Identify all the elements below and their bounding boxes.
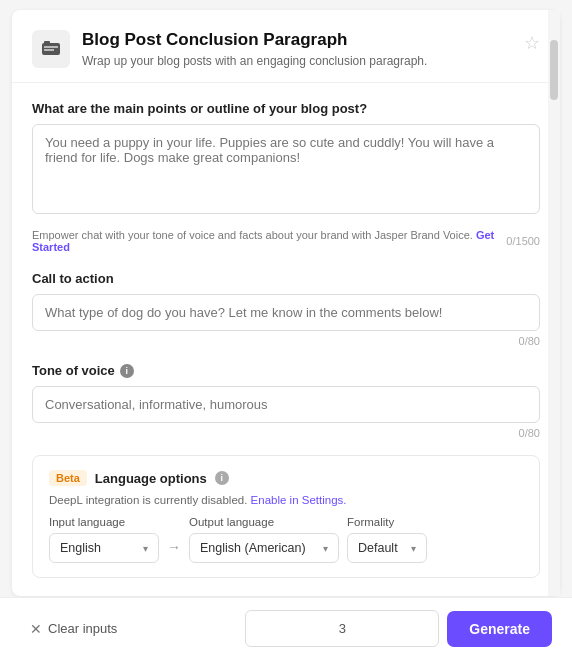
output-lang-col: Output language English (American) ▾ <box>189 516 339 563</box>
formality-label: Formality <box>347 516 427 528</box>
deepl-settings-link[interactable]: Enable in Settings. <box>251 494 347 506</box>
quantity-input[interactable] <box>245 610 439 647</box>
beta-header: Beta Language options i <box>49 470 523 486</box>
cta-input[interactable] <box>32 294 540 331</box>
footer-right: Generate <box>245 610 552 647</box>
main-points-group: What are the main points or outline of y… <box>32 101 540 255</box>
tone-label: Tone of voice i <box>32 363 540 378</box>
input-lang-select[interactable]: English ▾ <box>49 533 159 563</box>
output-lang-chevron: ▾ <box>323 543 328 554</box>
cta-label: Call to action <box>32 271 540 286</box>
formality-value: Default <box>358 541 398 555</box>
tone-char-count: 0/80 <box>32 427 540 439</box>
star-icon[interactable]: ☆ <box>524 32 540 54</box>
deepl-notice: DeepL integration is currently disabled.… <box>49 494 523 506</box>
main-points-label: What are the main points or outline of y… <box>32 101 540 116</box>
svg-rect-1 <box>44 41 50 45</box>
cta-group: Call to action 0/80 <box>32 271 540 347</box>
input-lang-label: Input language <box>49 516 159 528</box>
clear-inputs-label: Clear inputs <box>48 621 117 636</box>
formality-chevron: ▾ <box>411 543 416 554</box>
language-row: Input language English ▾ → Output langua… <box>49 516 523 563</box>
language-options-label: Language options <box>95 471 207 486</box>
input-lang-value: English <box>60 541 101 555</box>
main-points-char-count: 0/1500 <box>506 235 540 247</box>
language-options-box: Beta Language options i DeepL integratio… <box>32 455 540 578</box>
input-lang-chevron: ▾ <box>143 543 148 554</box>
output-lang-value: English (American) <box>200 541 306 555</box>
clear-inputs-button[interactable]: ✕ Clear inputs <box>20 615 127 643</box>
generate-button[interactable]: Generate <box>447 611 552 647</box>
tone-info-icon[interactable]: i <box>120 364 134 378</box>
page-subtitle: Wrap up your blog posts with an engaging… <box>82 54 427 68</box>
main-points-textarea[interactable] <box>32 124 540 214</box>
formality-col: Formality Default ▾ <box>347 516 427 563</box>
close-icon: ✕ <box>30 621 42 637</box>
language-options-info-icon[interactable]: i <box>215 471 229 485</box>
output-lang-label: Output language <box>189 516 339 528</box>
lang-arrow-icon: → <box>167 539 181 555</box>
tone-group: Tone of voice i 0/80 <box>32 363 540 439</box>
cta-char-count: 0/80 <box>32 335 540 347</box>
brand-voice-banner: Empower chat with your tone of voice and… <box>32 229 506 253</box>
output-lang-select[interactable]: English (American) ▾ <box>189 533 339 563</box>
beta-badge: Beta <box>49 470 87 486</box>
footer-bar: ✕ Clear inputs Generate <box>0 597 572 659</box>
tone-input[interactable] <box>32 386 540 423</box>
page-title: Blog Post Conclusion Paragraph <box>82 30 427 50</box>
formality-select[interactable]: Default ▾ <box>347 533 427 563</box>
app-icon <box>32 30 70 68</box>
page-header: Blog Post Conclusion Paragraph Wrap up y… <box>12 10 560 83</box>
input-lang-col: Input language English ▾ <box>49 516 159 563</box>
